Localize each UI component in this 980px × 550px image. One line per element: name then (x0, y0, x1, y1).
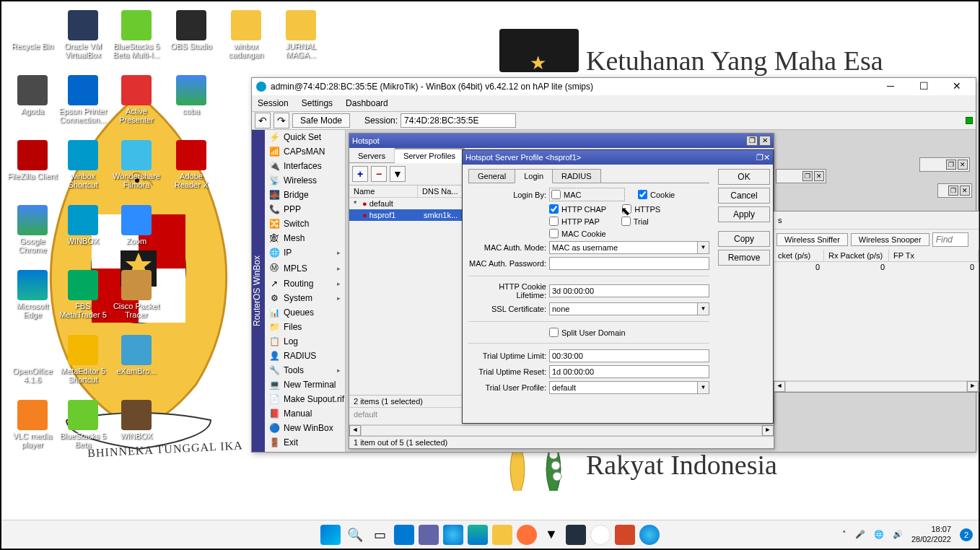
nav-radius[interactable]: 👤RADIUS (265, 349, 345, 363)
widgets-icon[interactable] (394, 525, 414, 545)
ghost-close-icon[interactable]: ✕ (958, 160, 968, 170)
nav-bridge[interactable]: 🌉Bridge (265, 188, 345, 202)
col-name[interactable]: Name (349, 185, 418, 197)
col-fp-tx[interactable]: FP Tx (889, 250, 979, 261)
nav-routing[interactable]: ↗Routing▸ (265, 276, 345, 291)
desktop-icon-wondershare-filmora[interactable]: Wondershare Filmora (111, 140, 162, 189)
menu-dashboard[interactable]: Dashboard (346, 98, 388, 108)
desktop-icon-winbox-cadangan[interactable]: winbox cadangan (221, 10, 271, 59)
col-rx-packet[interactable]: Rx Packet (p/s) (824, 250, 889, 261)
tab-servers[interactable]: Servers (349, 148, 395, 162)
tab-radius[interactable]: RADIUS (552, 169, 601, 183)
wl-partial-tab[interactable]: s (776, 214, 784, 226)
dropdown-icon[interactable]: ▼ (698, 381, 709, 394)
desktop-icon-openoffice-4-1-6[interactable]: OpenOffice 4.1.6 (7, 335, 58, 384)
desktop-icon-jurnal-maga-[interactable]: JURNAL MAGA... (276, 10, 326, 59)
close-button[interactable]: ✕ (942, 79, 971, 95)
hotspot-close-icon[interactable]: ✕ (759, 136, 771, 146)
nav-quick-set[interactable]: ⚡Quick Set (265, 130, 345, 144)
desktop-icon-metaeditor-5-shortcut[interactable]: MetaEditor 5 Shortcut (58, 335, 108, 384)
desktop-icon-active-presenter[interactable]: Active Presenter (111, 75, 162, 124)
ghost-restore-icon[interactable]: ❐ (948, 185, 958, 196)
nav-system[interactable]: ⚙System▸ (265, 291, 345, 305)
desktop-icon-fbs-metatrader-5[interactable]: FBS MetaTrader 5 (58, 270, 108, 319)
nav-new-terminal[interactable]: 💻New Terminal (265, 377, 345, 392)
explorer-icon[interactable] (492, 525, 512, 545)
mac-auth-pw-input[interactable] (549, 257, 709, 270)
nav-new-winbox[interactable]: 🔵New WinBox (265, 421, 345, 435)
undo-button[interactable]: ↶ (255, 113, 271, 128)
dropdown-icon[interactable]: ▼ (698, 241, 709, 254)
chk-http-chap[interactable] (549, 204, 559, 214)
nav-queues[interactable]: 📊Queues (265, 305, 345, 320)
scroll-left-icon[interactable]: ◄ (774, 381, 785, 392)
trial-uptime-limit-input[interactable] (549, 349, 709, 362)
edge-icon[interactable] (468, 525, 488, 545)
redo-button[interactable]: ↷ (274, 113, 289, 128)
desktop-icon-filezilla-client[interactable]: FileZilla Client (7, 140, 58, 180)
profile-restore-icon[interactable]: ❐ (756, 153, 764, 162)
mic-icon[interactable]: 🎤 (855, 530, 865, 539)
desktop-icon-winbox[interactable]: WINBOX (58, 205, 108, 245)
apply-button[interactable]: Apply (718, 206, 770, 222)
tab-general[interactable]: General (468, 169, 515, 183)
trial-uptime-reset-input[interactable] (549, 365, 709, 378)
winbox-titlebar[interactable]: admin@74:4D:28:BC:35:5E (MikroTik) - Win… (252, 78, 976, 95)
desktop-icon-epson-printer-connection-[interactable]: Epson Printer Connection... (58, 75, 108, 124)
nav-make-supout-rif[interactable]: 📄Make Supout.rif (265, 392, 345, 406)
nav-wireless[interactable]: 📡Wireless (265, 173, 345, 188)
chk-http-pap[interactable] (549, 217, 559, 226)
app-icon[interactable] (443, 525, 463, 545)
nav-mesh[interactable]: 🕸Mesh (265, 231, 345, 245)
desktop-icon-recycle-bin[interactable]: Recycle Bin (7, 10, 58, 51)
menu-settings[interactable]: Settings (302, 98, 333, 108)
maximize-button[interactable]: ☐ (909, 79, 938, 95)
network-icon[interactable]: 🌐 (874, 530, 884, 539)
nav-tools[interactable]: 🔧Tools▸ (265, 363, 345, 377)
chk-cookie[interactable] (638, 190, 647, 199)
desktop-icon-exambro-[interactable]: eXamBro... (111, 335, 162, 375)
desktop-icon-oracle-vm-virtualbox[interactable]: Oracle VM VirtualBox (58, 10, 108, 59)
firefox-icon[interactable] (517, 525, 537, 545)
cancel-button[interactable]: Cancel (718, 188, 770, 204)
horizontal-scrollbar[interactable]: ◄ ► (349, 424, 774, 436)
nav-capsman[interactable]: 📶CAPsMAN (265, 144, 345, 159)
amazon-icon[interactable] (566, 525, 586, 545)
desktop-icon-winbox[interactable]: WINBOX (111, 400, 162, 440)
ghost-restore-icon[interactable]: ❐ (802, 171, 813, 181)
ghost-close-icon[interactable]: ✕ (960, 185, 970, 196)
nav-interfaces[interactable]: 🔌Interfaces (265, 159, 345, 173)
nav-ppp[interactable]: 📞PPP (265, 202, 345, 217)
nav-files[interactable]: 📁Files (265, 320, 345, 334)
desktop-icon-adobe-reader-x[interactable]: Adobe Reader X (166, 140, 216, 189)
ghost-restore-icon[interactable]: ❐ (946, 160, 956, 170)
notification-badge[interactable]: 2 (960, 528, 973, 541)
profile-titlebar[interactable]: Hotspot Server Profile <hsprof1> ❐ ✕ (463, 150, 773, 165)
ok-button[interactable]: OK (718, 169, 770, 185)
desktop-icon-vlc-media-player[interactable]: VLC media player (7, 400, 58, 449)
hotspot-restore-icon[interactable]: ❐ (746, 136, 758, 146)
http-cookie-input[interactable] (549, 284, 709, 297)
search-icon[interactable]: 🔍 (345, 525, 365, 545)
scroll-left-icon[interactable]: ◄ (349, 425, 361, 436)
desktop-icon-winbox-shortcut[interactable]: winbox Shortcut (58, 140, 108, 189)
chk-mac-cookie[interactable] (549, 229, 559, 238)
desktop-icon-agoda[interactable]: Agoda (7, 75, 58, 115)
session-input[interactable] (401, 113, 516, 128)
chrome-icon[interactable] (590, 525, 611, 545)
scroll-right-icon[interactable]: ► (762, 425, 774, 436)
ghost-close-icon[interactable]: ✕ (814, 171, 824, 181)
profile-close-icon[interactable]: ✕ (764, 153, 770, 162)
trial-user-profile-input[interactable] (549, 381, 698, 394)
remove-button[interactable]: − (371, 166, 387, 182)
add-button[interactable]: + (352, 166, 368, 182)
nav-ip[interactable]: 🌐IP▸ (265, 245, 345, 260)
wl-scrollbar[interactable]: ◄ ► (774, 380, 979, 392)
dropbox-icon[interactable]: ▼ (541, 525, 561, 545)
powerpoint-icon[interactable] (615, 525, 635, 545)
minimize-button[interactable]: ─ (876, 79, 905, 95)
nav-log[interactable]: 📋Log (265, 334, 345, 349)
task-view-icon[interactable]: ▭ (369, 525, 390, 545)
scroll-right-icon[interactable]: ► (967, 381, 979, 392)
tab-login[interactable]: Login (515, 169, 553, 183)
